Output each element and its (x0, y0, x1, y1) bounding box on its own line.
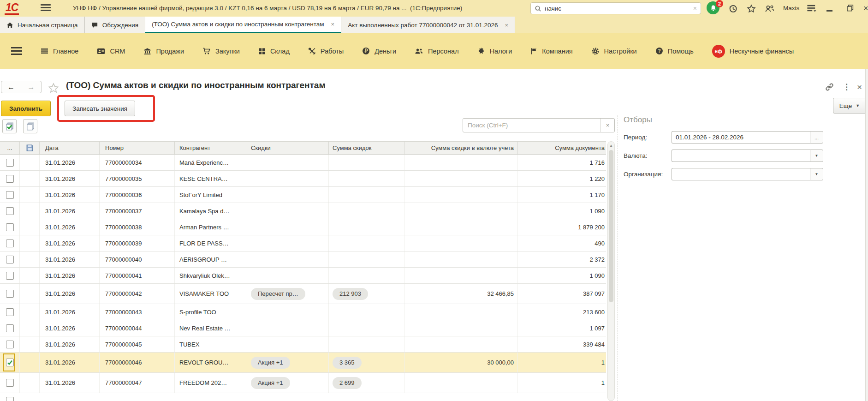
tab-discussions[interactable]: Обсуждения (85, 17, 145, 33)
header-more[interactable]: ... (0, 142, 20, 154)
row-checkbox[interactable] (6, 272, 14, 280)
period-input[interactable] (672, 131, 810, 144)
row-checkbox[interactable] (6, 191, 14, 199)
check-all-button[interactable] (2, 119, 17, 133)
header-save-flag[interactable] (20, 142, 40, 154)
row-checkbox[interactable] (6, 256, 14, 263)
current-user-label[interactable]: Maxis (783, 5, 799, 12)
currency-input[interactable] (672, 150, 810, 162)
search-clear-icon[interactable]: × (693, 5, 697, 12)
ribbon-item-raboty[interactable]: Работы (308, 48, 344, 55)
row-checkbox[interactable] (6, 308, 14, 316)
organization-input[interactable] (672, 168, 810, 180)
table-search-input[interactable]: Поиск (Ctrl+F) × (463, 118, 615, 132)
ribbon-item-crm[interactable]: CRM (97, 48, 125, 55)
header-date[interactable]: Дата (40, 142, 100, 154)
header-counterparty[interactable]: Контрагент (175, 142, 247, 154)
get-link-icon[interactable] (825, 82, 834, 92)
forward-button[interactable]: → (21, 81, 42, 93)
form-scrollbar[interactable] (865, 69, 868, 401)
history-button[interactable] (727, 3, 739, 15)
main-menu-icon[interactable] (41, 4, 51, 12)
global-search-input[interactable]: начис × (530, 2, 701, 14)
header-discount-sum-accounting[interactable]: Сумма скидки в валюте учета (404, 142, 518, 154)
window-close-button[interactable]: × (863, 4, 868, 13)
table-row[interactable]: 31.01.2026 77000000040 AERISGROUP … 2 37… (0, 251, 606, 268)
ribbon-item-kompaniya[interactable]: Компания (530, 48, 572, 55)
discount-sum-tag[interactable]: 2 699 (333, 377, 362, 389)
ribbon-item-glavnoe[interactable]: Главное (41, 47, 78, 55)
table-row-selected[interactable]: 31.01.2026 77000000046 REVOLT GROU… Акци… (0, 353, 606, 373)
discount-tag[interactable]: Акция +1 (251, 377, 290, 389)
organization-dropdown-button[interactable]: ▼ (810, 168, 823, 180)
ribbon-item-zakupki[interactable]: Закупки (202, 48, 240, 55)
header-document-sum[interactable]: Сумма документа (518, 142, 606, 154)
discount-tag[interactable]: Пересчет пр… (251, 288, 305, 300)
row-checkbox[interactable] (6, 290, 14, 298)
tab-report-active[interactable]: (ТОО) Сумма актов и скидки по иностранны… (145, 17, 341, 33)
search-clear-icon[interactable]: × (600, 119, 614, 132)
panel-splitter[interactable] (618, 115, 618, 401)
table-row[interactable]: 31.01.2026 77000000038 Arman Partners … … (0, 219, 606, 235)
users-button[interactable] (764, 3, 776, 15)
tab-home[interactable]: Начальная страница (0, 17, 85, 33)
favorite-star-icon[interactable] (48, 83, 59, 94)
more-button[interactable]: Еще ▼ (833, 98, 866, 114)
back-button[interactable]: ← (1, 81, 21, 93)
row-checkbox[interactable] (6, 341, 14, 348)
row-checkbox[interactable] (6, 175, 14, 183)
table-row[interactable]: 31.01.2026 77000000039 FLOR DE PASS… 490 (0, 235, 606, 251)
uncheck-all-button[interactable] (23, 119, 37, 133)
row-checkbox[interactable] (6, 207, 14, 215)
discount-sum-tag[interactable]: 3 365 (333, 357, 362, 369)
form-close-icon[interactable]: × (857, 82, 862, 92)
ribbon-item-nalogi[interactable]: Налоги (477, 47, 512, 55)
write-values-button[interactable]: Записать значения (65, 101, 135, 116)
table-row[interactable]: 31.01.2026 77000000045 TUBEX 339 484 (0, 336, 606, 353)
favorites-star-button[interactable] (745, 3, 757, 15)
window-minimize-button[interactable] (826, 10, 832, 12)
table-scrollbar[interactable]: ▲ (607, 141, 615, 401)
sections-menu-icon[interactable] (11, 47, 22, 55)
table-row[interactable]: 31.01.2026 77000000037 Kamalaya Spa d… 1… (0, 203, 606, 219)
period-picker-button[interactable]: ... (810, 131, 823, 144)
tab-close-icon[interactable]: × (331, 21, 335, 28)
header-discounts[interactable]: Скидки (247, 142, 329, 154)
currency-dropdown-button[interactable]: ▼ (810, 150, 823, 162)
ribbon-item-partner[interactable]: нф Нескучные финансы (712, 45, 794, 58)
row-checkbox[interactable] (6, 379, 14, 387)
scroll-up-icon[interactable]: ▲ (608, 142, 614, 149)
discount-tag[interactable]: Акция +1 (251, 357, 290, 369)
discount-sum-tag[interactable]: 212 903 (333, 288, 368, 300)
scrollbar-thumb[interactable] (609, 150, 613, 302)
ribbon-item-personal[interactable]: Персонал (415, 48, 459, 55)
table-row-partial[interactable] (0, 393, 606, 401)
ribbon-item-pomosch[interactable]: ? Помощь (655, 47, 694, 55)
table-row[interactable]: 31.01.2026 77000000041 Shkvaryliuk Olek…… (0, 268, 606, 284)
fill-button[interactable]: Заполнить (1, 101, 51, 116)
table-row[interactable]: 31.01.2026 77000000043 S-profile TOO 213… (0, 304, 606, 320)
table-row[interactable]: 31.01.2026 77000000034 Maná Experienc… 1… (0, 155, 606, 171)
table-row[interactable]: 31.01.2026 77000000047 FREEDOM 202… Акци… (0, 373, 606, 393)
row-checkbox[interactable] (6, 324, 14, 332)
table-row[interactable]: 31.01.2026 77000000036 StoForY Limited 1… (0, 187, 606, 203)
row-checkbox[interactable] (6, 159, 14, 167)
ribbon-item-sklad[interactable]: Склад (258, 48, 290, 55)
ribbon-item-nastroyki[interactable]: Настройки (591, 47, 637, 55)
ribbon-item-prodazhi[interactable]: Продажи (143, 48, 184, 55)
notifications-button[interactable]: 2 (707, 1, 721, 15)
table-row[interactable]: 31.01.2026 77000000035 KESE CENTRA… 1 22… (0, 171, 606, 187)
tab-close-icon[interactable]: × (505, 22, 508, 29)
tab-act[interactable]: Акт выполненных работ 77000000042 от 31.… (341, 17, 515, 33)
more-dots-icon[interactable]: ⋮ (843, 82, 850, 92)
service-menu-button[interactable] (806, 4, 817, 13)
table-row[interactable]: 31.01.2026 77000000042 VISAMAKER TOO Пер… (0, 284, 606, 304)
header-number[interactable]: Номер (100, 142, 175, 154)
window-restore-button[interactable] (847, 5, 854, 12)
row-checkbox[interactable] (6, 239, 14, 247)
row-checkbox[interactable] (6, 397, 14, 401)
row-checkbox[interactable] (6, 223, 14, 231)
ribbon-item-dengi[interactable]: Деньги (362, 47, 396, 55)
header-discount-sum[interactable]: Сумма скидок (329, 142, 404, 154)
table-row[interactable]: 31.01.2026 77000000044 Nev Real Estate …… (0, 320, 606, 336)
